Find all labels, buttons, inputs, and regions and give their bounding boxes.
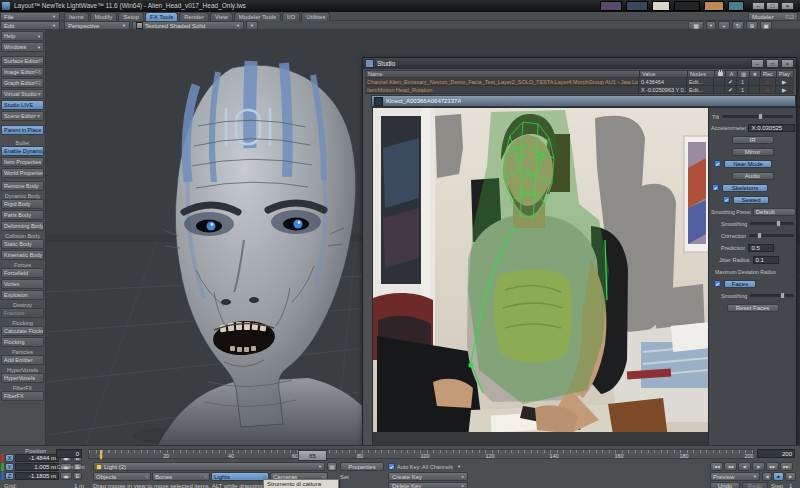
- studio-minimize-button[interactable]: –: [751, 59, 764, 68]
- sidebar-item-vortex[interactable]: Vortex: [1, 279, 44, 289]
- sidebar-item-virtual-studio[interactable]: Virtual Studio▼: [1, 89, 44, 99]
- sidebar-item-enable-dynamics[interactable]: Enable Dynamics: [1, 146, 44, 156]
- tab-io[interactable]: I/O: [282, 12, 300, 22]
- record-toggle[interactable]: ○: [760, 86, 776, 94]
- faces-toggle[interactable]: Faces: [724, 280, 756, 288]
- tab-items[interactable]: Items: [64, 12, 89, 22]
- sidebar-item-forcefield[interactable]: Forcefield: [1, 268, 44, 278]
- mirror-button[interactable]: Mirror: [732, 148, 774, 156]
- skeletons-toggle[interactable]: Skeletons: [722, 184, 768, 192]
- prev-key-button[interactable]: ◀◀: [724, 462, 737, 471]
- taskbar-thumbnail[interactable]: [728, 1, 744, 11]
- seated-toggle[interactable]: Seated: [733, 196, 769, 204]
- sidebar-item-surface-editor[interactable]: Surface EditorF5: [1, 56, 44, 66]
- play-toggle[interactable]: ▶: [776, 86, 792, 94]
- properties-button[interactable]: Properties: [340, 462, 384, 471]
- sidebar-item-parts-body[interactable]: Parts Body: [1, 210, 44, 220]
- objects-button[interactable]: Objects◁: [93, 472, 151, 481]
- tab-view[interactable]: View: [210, 12, 233, 22]
- close-button[interactable]: ×: [781, 2, 794, 10]
- sidebar-item-flocking[interactable]: Flocking: [1, 337, 44, 347]
- viewport-mode-dropdown[interactable]: Perspective▼: [64, 21, 130, 30]
- near-mode-checkbox[interactable]: ✔: [714, 160, 721, 167]
- tab-fx-tools[interactable]: FX Tools: [145, 12, 178, 22]
- delete-key-button[interactable]: Delete Key▸: [388, 482, 468, 488]
- redo-button[interactable]: Redo: [742, 482, 768, 488]
- sidebar-item-parent-in-place[interactable]: Parent in Place: [1, 125, 44, 135]
- rotate-icon[interactable]: ↻: [732, 21, 744, 30]
- z-axis-button[interactable]: Z: [5, 472, 14, 480]
- timeline-ruler[interactable]: 0 20 40 60 80 100 120 140 160 180 200 65: [88, 449, 754, 459]
- studio-maximize-button[interactable]: □: [766, 59, 779, 68]
- sidebar-item-rigid-body[interactable]: Rigid Body: [1, 199, 44, 209]
- maximize-button[interactable]: □: [766, 2, 779, 10]
- x-position-field[interactable]: -1.4844 m: [15, 454, 59, 462]
- play-forward-button[interactable]: ▶: [785, 472, 796, 481]
- preview-dropdown[interactable]: Preview▼: [710, 472, 760, 481]
- viewport-options-dropdown[interactable]: ▼: [246, 21, 258, 30]
- current-item-dropdown[interactable]: Light (2) ▼: [93, 462, 325, 471]
- help-menu[interactable]: Help▼: [1, 31, 44, 41]
- taskbar-thumbnail[interactable]: [704, 1, 724, 11]
- sidebar-item-deforming-body[interactable]: Deforming Body: [1, 221, 44, 231]
- sidebar-item-hypervoxels[interactable]: HyperVoxels: [1, 373, 44, 383]
- y-position-field[interactable]: 1.005 m: [15, 463, 59, 471]
- sidebar-item-fiberfx[interactable]: FiberFX: [1, 391, 44, 401]
- tab-modeler-tools[interactable]: Modeler Tools: [234, 12, 281, 22]
- auto-key-checkbox[interactable]: ✔: [388, 463, 395, 470]
- minimize-button[interactable]: –: [752, 2, 765, 10]
- sidebar-item-scene-editor[interactable]: Scene Editor▼: [1, 111, 44, 121]
- smoothing-slider[interactable]: [750, 222, 794, 225]
- faces-smoothing-slider[interactable]: [750, 294, 794, 297]
- nodes-edit-button[interactable]: Edit...: [687, 86, 714, 94]
- near-mode-toggle[interactable]: Near Mode: [724, 160, 772, 168]
- studio-close-button[interactable]: ×: [781, 59, 794, 68]
- tab-utilities[interactable]: Utilities: [301, 12, 330, 22]
- sidebar-item-kinematic-body[interactable]: Kinematic Body: [1, 250, 44, 260]
- prev-frame-button[interactable]: ◀|: [738, 462, 751, 471]
- sidebar-item-graph-editor[interactable]: Graph EditorF2: [1, 78, 44, 88]
- file-menu[interactable]: File▼: [0, 12, 60, 21]
- z-envelope-button[interactable]: E: [73, 472, 82, 480]
- undo-button[interactable]: Undo: [710, 482, 740, 488]
- sidebar-item-world-properties[interactable]: World Properties: [1, 168, 44, 178]
- audio-button[interactable]: Audio: [732, 172, 774, 180]
- windows-menu[interactable]: Windows▼: [1, 42, 44, 52]
- fit-icon[interactable]: ▣: [760, 21, 772, 30]
- item-list-button[interactable]: ▤: [327, 462, 337, 471]
- sidebar-item-add-emitter[interactable]: Add Emitter: [1, 355, 44, 365]
- z-nudge-buttons[interactable]: ◀▶: [60, 472, 72, 480]
- seated-checkbox[interactable]: ✔: [723, 196, 730, 203]
- tilt-slider[interactable]: [722, 115, 793, 118]
- reset-faces-button[interactable]: Reset Faces: [727, 304, 779, 312]
- z-position-field[interactable]: -1.1805 m: [15, 472, 59, 480]
- go-end-button[interactable]: ▶▶|: [780, 462, 793, 471]
- kinect-title-bar[interactable]: Kinect_A00366A06472137A: [371, 95, 796, 107]
- bones-button[interactable]: Bones◁: [152, 472, 210, 481]
- y-axis-button[interactable]: Y: [5, 463, 14, 471]
- nodes-edit-button[interactable]: Edit...: [687, 78, 714, 86]
- create-key-button[interactable]: Create Key▸: [388, 472, 468, 481]
- tab-setup[interactable]: Setup: [118, 12, 144, 22]
- sidebar-item-image-editor[interactable]: Image EditorF6: [1, 67, 44, 77]
- play-reverse-button[interactable]: ◀: [762, 472, 772, 481]
- next-key-button[interactable]: ▶▶: [766, 462, 779, 471]
- pan-icon[interactable]: +: [718, 21, 730, 30]
- sidebar-item-explosion[interactable]: Explosion: [1, 290, 44, 300]
- sidebar-item-item-properties[interactable]: Item Properties: [1, 157, 44, 167]
- frame-slider-handle[interactable]: 65: [298, 450, 327, 461]
- next-frame-button[interactable]: |▶: [752, 462, 765, 471]
- prediction-field[interactable]: 0.5: [748, 244, 774, 252]
- viewport-layout-dropdown[interactable]: ▼: [706, 21, 716, 30]
- channel-row[interactable]: ItemMotion Head_Rotation X -0.0250963 Y …: [365, 86, 794, 94]
- go-start-button[interactable]: |◀◀: [710, 462, 723, 471]
- start-frame-field[interactable]: 0: [56, 449, 82, 458]
- stop-button[interactable]: ■: [773, 472, 784, 481]
- tab-modify[interactable]: Modify: [90, 12, 118, 22]
- modeler-button[interactable]: ModelerF12: [748, 12, 798, 21]
- smoothing-preset-dropdown[interactable]: Default: [753, 208, 796, 216]
- studio-title-bar[interactable]: Studio – □ ×: [363, 58, 796, 69]
- taskbar-thumbnail[interactable]: [600, 1, 622, 11]
- viewport-layout-icon[interactable]: ▦: [688, 21, 704, 30]
- active-checkbox[interactable]: ✔: [725, 78, 737, 86]
